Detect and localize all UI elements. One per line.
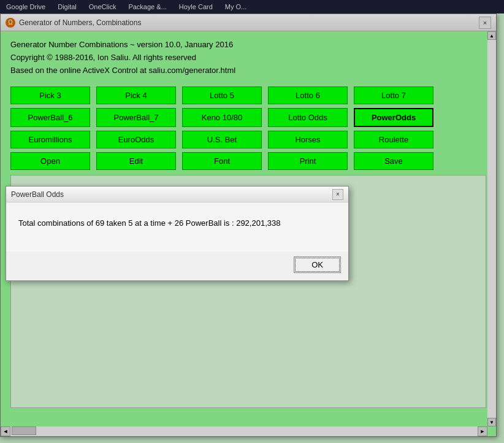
taskbar-item-googledrive[interactable]: Google Drive bbox=[2, 2, 49, 12]
dialog-title-bar: PowerBall Odds × bbox=[6, 187, 348, 202]
taskbar-item-digital[interactable]: Digital bbox=[54, 2, 80, 12]
dialog-close-button[interactable]: × bbox=[332, 189, 343, 200]
taskbar-item-oneclick[interactable]: OneClick bbox=[85, 2, 120, 12]
dialog-overlay: PowerBall Odds × Total combinations of 6… bbox=[1, 14, 496, 436]
dialog-footer: OK bbox=[6, 252, 348, 280]
taskbar-top: Google Drive Digital OneClick Package &.… bbox=[0, 0, 504, 13]
main-window: Ω Generator of Numbers, Combinations × G… bbox=[0, 13, 497, 437]
dialog-body: Total combinations of 69 taken 5 at a ti… bbox=[6, 202, 348, 252]
dialog-ok-button[interactable]: OK bbox=[294, 256, 341, 273]
dialog-title: PowerBall Odds bbox=[11, 190, 332, 199]
taskbar-item-myo[interactable]: My O... bbox=[221, 2, 250, 12]
dialog-message: Total combinations of 69 taken 5 at a ti… bbox=[18, 217, 336, 229]
taskbar-item-package[interactable]: Package &... bbox=[124, 2, 170, 12]
taskbar-item-hoyle[interactable]: Hoyle Card bbox=[175, 2, 216, 12]
powerball-odds-dialog: PowerBall Odds × Total combinations of 6… bbox=[6, 186, 349, 281]
